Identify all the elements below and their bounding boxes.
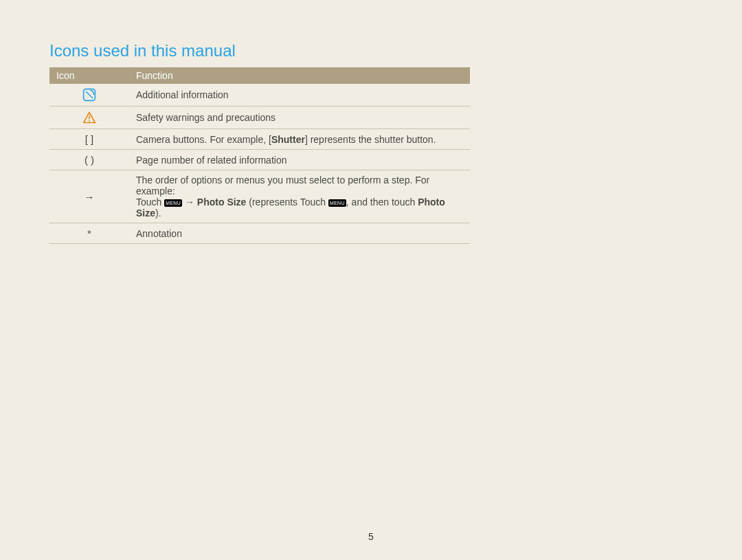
function-text: Annotation [129, 223, 470, 244]
table-row: Safety warnings and precautions [49, 107, 470, 129]
header-function: Function [129, 67, 470, 84]
function-text: Camera buttons. For example, [Shutter] r… [129, 129, 470, 150]
svg-line-1 [86, 91, 93, 98]
text-fragment: Camera buttons. For example, [ [136, 134, 271, 145]
icons-table: Icon Function Additional information [49, 67, 470, 244]
function-text: Page number of related information [129, 150, 470, 170]
bold-photo-size: Photo Size [197, 197, 247, 208]
bold-shutter: Shutter [271, 134, 305, 145]
table-row: * Annotation [49, 223, 470, 244]
function-text: Safety warnings and precautions [129, 107, 470, 129]
table-row: [ ] Camera buttons. For example, [Shutte… [49, 129, 470, 150]
text-fragment: The order of options or menus you must s… [136, 175, 429, 197]
menu-icon: MENU [164, 199, 182, 207]
header-icon: Icon [49, 67, 129, 84]
function-text: The order of options or menus you must s… [129, 170, 470, 223]
text-fragment: ] represents the shutter button. [305, 134, 436, 145]
menu-icon: MENU [328, 199, 346, 207]
table-header-row: Icon Function [49, 67, 470, 84]
text-fragment: (represents Touch [246, 197, 328, 208]
table-row: → The order of options or menus you must… [49, 170, 470, 223]
manual-page: Icons used in this manual Icon Function … [0, 0, 742, 560]
svg-point-3 [89, 120, 90, 122]
arrow-symbol: → [185, 197, 194, 208]
warning-icon [49, 107, 129, 129]
page-title: Icons used in this manual [49, 41, 693, 60]
parens-icon: ( ) [49, 150, 129, 170]
text-fragment: ). [155, 208, 161, 219]
table-row: Additional information [49, 84, 470, 107]
table-row: ( ) Page number of related information [49, 150, 470, 170]
asterisk-icon: * [49, 223, 129, 244]
arrow-icon: → [49, 170, 129, 223]
text-fragment: Touch [136, 197, 161, 208]
text-fragment: , and then touch [346, 197, 418, 208]
note-icon [49, 84, 129, 107]
function-text: Additional information [129, 84, 470, 107]
page-number: 5 [0, 531, 742, 542]
brackets-icon: [ ] [49, 129, 129, 150]
